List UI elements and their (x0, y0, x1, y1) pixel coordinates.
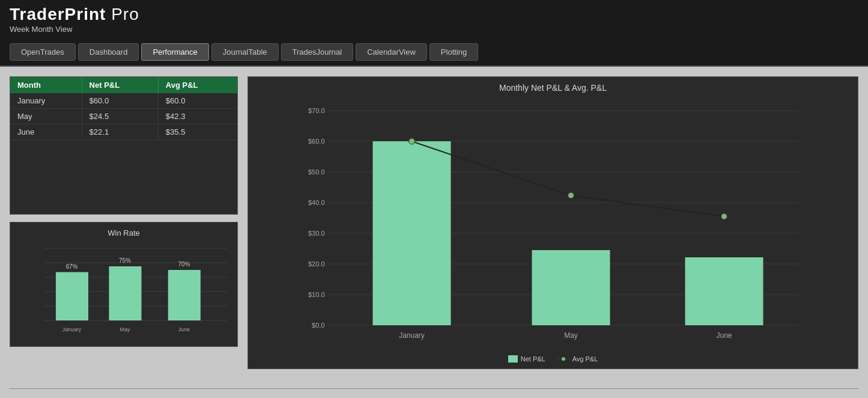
x-label-january: January (399, 331, 425, 340)
right-panel: Monthly Net P&L & Avg. P&L $70.0 $60.0 $… (247, 76, 858, 369)
avg-pl-dot-may (568, 192, 574, 198)
y-label-0: $0.0 (312, 322, 324, 329)
win-rate-label-june-pct: 70% (178, 261, 190, 268)
avg-pl-dot-jan (409, 138, 415, 144)
col-net-pl: Net P&L (82, 77, 158, 93)
win-rate-label-jan-pct: 67% (66, 263, 78, 270)
y-label-20: $20.0 (308, 260, 325, 268)
win-rate-bar-jan (56, 272, 88, 320)
win-rate-chart-svg: 67% January 75% May 70% June (17, 242, 230, 338)
legend-net-pl-box (508, 355, 518, 363)
win-rate-bar-june (168, 270, 201, 320)
left-panel: Month Net P&L Avg P&L January $60.0 $60.… (10, 76, 238, 369)
legend-net-pl: Net P&L (508, 355, 545, 363)
cell-net-pl: $22.1 (82, 124, 158, 140)
nav-plotting[interactable]: Plotting (429, 43, 478, 61)
cell-avg-pl: $60.0 (158, 93, 237, 109)
y-label-10: $10.0 (308, 291, 325, 298)
nav-tradesjournal[interactable]: TradesJournal (281, 43, 354, 61)
performance-table: Month Net P&L Avg P&L January $60.0 $60.… (10, 77, 237, 140)
brand-print: Print (65, 5, 106, 23)
nav-dashboard[interactable]: Dashboard (78, 43, 139, 61)
brand-logo: TraderPrint Pro (10, 5, 858, 24)
cell-month: May (10, 109, 82, 124)
cell-net-pl: $60.0 (82, 93, 158, 109)
x-label-june: June (716, 331, 732, 340)
nav-calendarview[interactable]: CalendarView (356, 43, 427, 61)
nav-journaltable[interactable]: JournalTable (211, 43, 279, 61)
y-label-40: $40.0 (308, 199, 325, 206)
cell-avg-pl: $42.3 (158, 109, 237, 124)
avg-pl-line (412, 141, 724, 216)
brand-pro: Pro (111, 5, 139, 23)
table-row: January $60.0 $60.0 (10, 93, 237, 109)
x-label-may: May (564, 331, 578, 340)
table-row: May $24.5 $42.3 (10, 109, 237, 124)
nav-performance[interactable]: Performance (141, 43, 208, 61)
win-rate-label-may: May (120, 326, 130, 332)
cell-month: June (10, 124, 82, 140)
cell-month: January (10, 93, 82, 109)
main-chart-svg: $70.0 $60.0 $50.0 $40.0 $30.0 $20.0 $10.… (258, 97, 848, 350)
nav-opentrades[interactable]: OpenTrades (10, 43, 76, 61)
cell-net-pl: $24.5 (82, 109, 158, 124)
win-rate-label-june: June (178, 326, 190, 332)
main-chart-title: Monthly Net P&L & Avg. P&L (258, 83, 848, 93)
win-rate-card: Win Rate 67% January 75% May 70% (10, 222, 238, 347)
legend-net-pl-label: Net P&L (521, 355, 545, 363)
chart-legend: Net P&L Avg P&L (258, 355, 848, 363)
win-rate-label-may-pct: 75% (119, 257, 131, 264)
main-bar-may (532, 250, 610, 325)
win-rate-bar-may (109, 266, 141, 320)
legend-avg-pl-line (557, 358, 569, 360)
y-label-50: $50.0 (308, 168, 325, 176)
header: TraderPrint Pro Week Month View (0, 0, 868, 40)
subtitle: Week Month View (10, 25, 858, 34)
performance-table-card: Month Net P&L Avg P&L January $60.0 $60.… (10, 76, 238, 215)
avg-pl-dot-june (721, 213, 727, 219)
legend-avg-pl: Avg P&L (557, 355, 598, 363)
win-rate-label-jan: January (62, 326, 82, 332)
main-bar-january (373, 141, 451, 325)
col-avg-pl: Avg P&L (158, 77, 237, 93)
y-label-60: $60.0 (308, 138, 325, 145)
brand-trader: Trader (10, 5, 65, 23)
main-content: Month Net P&L Avg P&L January $60.0 $60.… (0, 67, 868, 379)
footer-divider (10, 388, 858, 389)
y-label-70: $70.0 (308, 107, 325, 114)
nav-bar: OpenTrades Dashboard Performance Journal… (0, 40, 868, 67)
cell-avg-pl: $35.5 (158, 124, 237, 140)
table-row: June $22.1 $35.5 (10, 124, 237, 140)
y-label-30: $30.0 (308, 230, 325, 237)
legend-avg-pl-label: Avg P&L (572, 355, 598, 363)
main-bar-june (685, 257, 763, 325)
win-rate-title: Win Rate (17, 228, 230, 237)
col-month: Month (10, 77, 82, 93)
